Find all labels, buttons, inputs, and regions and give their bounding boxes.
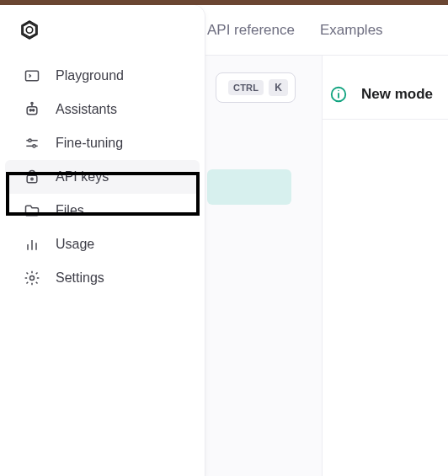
svg-point-6 (29, 110, 31, 111)
terminal-icon (24, 67, 40, 84)
info-banner: New mode (323, 69, 448, 120)
sidebar: Playground Assistants Fine-tuning (0, 5, 205, 476)
highlighted-content-row (207, 169, 291, 205)
folder-icon (24, 202, 40, 219)
sidebar-item-label: Fine-tuning (56, 136, 123, 151)
openai-logo-icon[interactable] (0, 15, 205, 59)
svg-point-9 (31, 102, 33, 104)
lock-icon (24, 168, 40, 185)
nav-api-reference[interactable]: API reference (207, 22, 295, 39)
svg-rect-14 (27, 175, 37, 182)
sidebar-nav: Playground Assistants Fine-tuning (0, 59, 205, 295)
chart-icon (24, 236, 40, 253)
sidebar-item-label: Usage (56, 237, 94, 252)
nav-examples[interactable]: Examples (320, 22, 383, 39)
info-icon (329, 85, 348, 104)
robot-icon (24, 101, 40, 118)
svg-point-2 (338, 89, 339, 90)
kbd-k: K (269, 79, 288, 96)
svg-point-11 (29, 139, 31, 142)
kbd-ctrl: CTRL (228, 80, 264, 95)
svg-point-15 (31, 178, 33, 179)
svg-point-13 (33, 145, 35, 147)
keyboard-shortcut-pill[interactable]: CTRL K (216, 72, 296, 103)
sidebar-item-label: Playground (56, 68, 124, 83)
sliders-icon (24, 135, 40, 152)
right-info-panel: New mode (322, 56, 448, 476)
sidebar-item-api-keys[interactable]: API keys (5, 160, 200, 194)
sidebar-item-assistants[interactable]: Assistants (5, 93, 200, 126)
svg-point-19 (30, 276, 35, 281)
sidebar-item-label: Assistants (56, 102, 117, 117)
svg-rect-4 (26, 71, 39, 81)
sidebar-item-label: Files (56, 203, 84, 218)
sidebar-item-files[interactable]: Files (5, 194, 200, 227)
sidebar-item-settings[interactable]: Settings (5, 261, 200, 295)
sidebar-item-playground[interactable]: Playground (5, 59, 200, 93)
sidebar-item-usage[interactable]: Usage (5, 227, 200, 261)
sidebar-item-label: API keys (56, 169, 109, 185)
svg-point-3 (26, 27, 33, 34)
sidebar-item-fine-tuning[interactable]: Fine-tuning (5, 126, 200, 160)
gear-icon (24, 270, 40, 286)
banner-title: New mode (361, 86, 433, 103)
svg-point-7 (33, 110, 35, 111)
sidebar-item-label: Settings (56, 270, 104, 286)
